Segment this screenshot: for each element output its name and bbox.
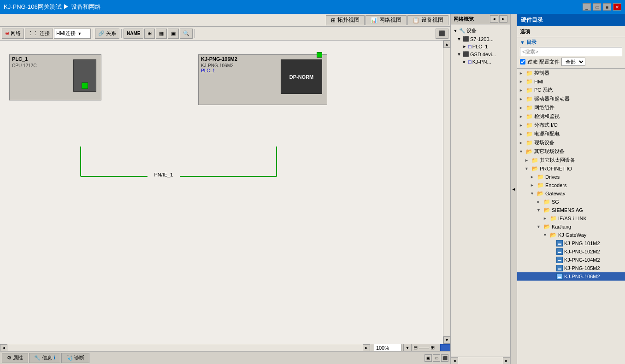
cat-item-hmi[interactable]: ► 📁 HMI [517,77,625,86]
tree-item-kj[interactable]: ► □ KJ-PN... [451,58,510,65]
zoom-button[interactable]: 🔍 [180,29,193,39]
cat-item-field[interactable]: ► 📁 现场设备 [517,138,625,147]
hw-options-label: 选项 [520,29,530,34]
cat-item-gateway[interactable]: ▼ 📂 Gateway [517,189,625,198]
cat-item-siemens[interactable]: ▼ 📂 SIEMENS AG [517,206,625,214]
name-icon: NAME [127,31,140,36]
cat-exp-drives: ► [519,97,525,101]
gsd-device[interactable]: KJ-PNG-106M2 KJ-PNG-106M2 PLC_1 DP-NORM [198,54,327,105]
filter-checkbox[interactable] [520,59,525,65]
canvas-content[interactable]: PN/IE_1 PLC_1 CPU 1212C KJ-PNG-106M2 KJ-… [0,41,443,344]
cat-item-network[interactable]: ► 📁 网络组件 [517,103,625,112]
diagnostics-icon: 🩺 [66,355,73,361]
kj-icon: □ [468,59,472,65]
close-button[interactable]: ✕ [613,3,621,11]
cat-item-drives[interactable]: ► 📁 驱动器和起动器 [517,94,625,103]
cat-item-io[interactable]: ► 📁 分布式 I/O [517,121,625,129]
gsd-module-label: DP-NORM [289,74,314,80]
view-toggle-button[interactable] [440,344,450,352]
canvas-vscrollbar[interactable]: ▲ ▼ [443,41,450,344]
cat-item-pn-drives[interactable]: ► 📁 Drives [517,173,625,181]
cat-item-power[interactable]: ► 📁 电源和配电 [517,129,625,138]
gsd-status-dot [317,52,322,58]
scroll-vtrack[interactable] [443,48,450,336]
tree-item-plc1[interactable]: ► □ PLC_1 [451,43,510,50]
overview-tree: ▼ 🔧 设备 ▼ ⬛ S7-1200... ► □ PLC_1 [451,24,510,357]
right-panels: 网络概览 ◄ ► ▼ 🔧 设备 ▼ ⬛ S7-1200... [450,14,625,364]
cat-exp-io: ► [519,123,525,128]
nav-left-button[interactable]: ◄ [490,15,498,23]
canvas-area: PN/IE_1 PLC_1 CPU 1212C KJ-PNG-106M2 KJ-… [0,41,450,344]
network-button[interactable]: ⊕ 网络 [2,29,24,39]
overview-nav[interactable]: ◄ ► [490,15,507,23]
tab-device[interactable]: 📋 设备视图 [407,15,448,25]
ov-scroll-track[interactable] [458,357,503,364]
cat-exp-other-eth: ► [525,158,530,163]
config-select[interactable]: 全部 [561,58,585,66]
zoom-dropdown[interactable]: ▼ [403,344,412,352]
restore-button[interactable]: ▭ [593,3,601,11]
cat-item-pc[interactable]: ► 📁 PC 系统 [517,86,625,94]
maximize-button[interactable]: ■ [603,3,611,11]
ov-scroll-left[interactable]: ◄ [451,357,458,364]
connect-button[interactable]: ⋮⋮ 连接 [25,29,53,39]
bottom-btn2[interactable]: ▭ [433,354,440,362]
cat-item-kaijiang[interactable]: ▼ 📂 KaiJiang [517,223,625,231]
overview-hscrollbar[interactable]: ◄ ► [451,357,510,364]
collapse-arrow[interactable]: ◄ [510,14,517,364]
bottom-btn3[interactable]: ⬛ [441,354,448,362]
cat-folder-kaijiang: 📂 [543,223,550,230]
cat-device-104: ▬ [556,257,563,263]
cat-item-other-eth[interactable]: ► 📁 其它以太网设备 [517,156,625,164]
tree-item-s7[interactable]: ▼ ⬛ S7-1200... [451,35,510,43]
scroll-right-button[interactable]: ► [363,344,370,352]
scroll-up-button[interactable]: ▲ [443,41,450,48]
window-controls[interactable]: _ ▭ ■ ✕ [583,3,621,11]
cat-item-encoders[interactable]: ► 📁 Encoders [517,181,625,189]
canvas-hscrollbar[interactable]: ◄ ► ▼ ⊟ —— ⊞ [0,344,450,351]
minimize-button[interactable]: _ [583,3,591,11]
info-tab[interactable]: 🔧 信息 ℹ [29,353,60,363]
cat-item-kjgateway[interactable]: ▼ 📂 KJ GateWay [517,231,625,239]
config-label: 配置文件 [539,59,560,65]
cat-item-101[interactable]: ▬ KJ-PNG-101M2 [517,239,625,247]
tree-item-gsd[interactable]: ▼ ⬛ GSD devi... [451,50,510,58]
cat-item-105[interactable]: ▬ KJ-PNG-105M2 [517,264,625,272]
panel-button[interactable]: ▣ [168,29,179,39]
ov-scroll-right[interactable]: ► [503,357,510,364]
tab-network[interactable]: 📊 网络视图 [366,15,407,25]
relation-button[interactable]: 🔗 关系 [95,29,119,39]
tab-topology[interactable]: ⊞ 拓扑视图 [326,15,365,25]
cat-folder-power: 📁 [526,131,533,137]
diagnostics-tab[interactable]: 🩺 诊断 [61,353,89,363]
cat-item-sg[interactable]: ► 📁 SG [517,198,625,206]
bottom-btn1[interactable]: ▣ [425,354,432,362]
scroll-htrack[interactable] [7,344,363,351]
name-button[interactable]: NAME [124,29,143,39]
cat-item-monitor[interactable]: ► 📁 检测和监视 [517,112,625,121]
cat-item-controller[interactable]: ► 📁 控制器 [517,69,625,77]
catalog-label: ▼ 目录 [520,39,622,46]
table-button[interactable]: ▦ [156,29,167,39]
scroll-down-button[interactable]: ▼ [443,336,450,344]
expand-button[interactable]: ⬛ [436,29,448,39]
zoom-input[interactable] [374,344,401,352]
grid-button[interactable]: ⊞ [144,29,155,39]
cat-item-ieas[interactable]: ► 📁 IE/AS-i LINK [517,214,625,223]
cat-item-other-field[interactable]: ▼ 📂 其它现场设备 [517,147,625,156]
properties-tab[interactable]: ⚙ 属性 [2,353,28,363]
plc-device[interactable]: PLC_1 CPU 1212C [9,54,101,100]
cat-folder-gateway: 📂 [537,190,544,197]
tree-item-devices[interactable]: ▼ 🔧 设备 [451,26,510,35]
cat-item-102[interactable]: ▬ KJ-PNG-102M2 [517,247,625,256]
hmi-dropdown[interactable]: HMI连接 ▼ [54,29,91,39]
bottom-right-controls: ▣ ▭ ⬛ [425,354,448,362]
cat-folder-other-field: 📂 [526,148,533,155]
cat-folder-pc: 📁 [526,87,533,94]
cat-item-profinet[interactable]: ▼ 📂 PROFINET IO [517,164,625,173]
cat-item-106[interactable]: ▬ KJ-PNG-106M2 [517,272,625,281]
scroll-left-button[interactable]: ◄ [0,344,7,352]
nav-right-button[interactable]: ► [499,15,507,23]
cat-item-104[interactable]: ▬ KJ-PNG-104M2 [517,256,625,264]
catalog-search[interactable]: <搜索> [520,47,622,56]
